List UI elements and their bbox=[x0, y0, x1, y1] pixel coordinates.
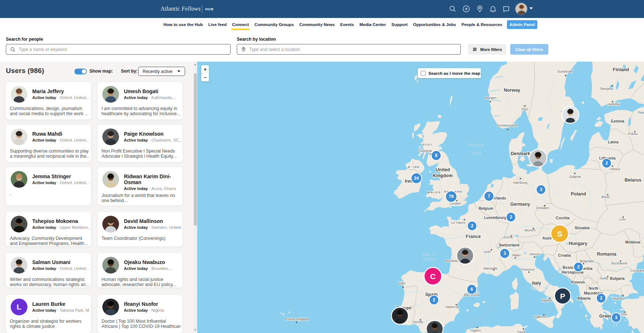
svg-text:Oslo: Oslo bbox=[521, 107, 529, 111]
svg-text:Venice: Venice bbox=[529, 252, 540, 256]
svg-text:Belgrade: Belgrade bbox=[580, 259, 594, 263]
svg-text:Slovakia: Slovakia bbox=[575, 226, 590, 230]
svg-text:2: 2 bbox=[510, 215, 512, 220]
svg-text:Petersburg: Petersburg bbox=[638, 110, 644, 114]
svg-text:Bulgaria: Bulgaria bbox=[610, 277, 625, 281]
svg-text:3: 3 bbox=[615, 315, 618, 320]
svg-text:Vilnius: Vilnius bbox=[610, 167, 620, 171]
svg-text:6: 6 bbox=[471, 287, 473, 292]
svg-text:Croatia: Croatia bbox=[558, 253, 571, 257]
svg-text:Romania: Romania bbox=[597, 252, 617, 257]
svg-text:Helsinki: Helsinki bbox=[607, 102, 619, 106]
svg-text:Sundsvall: Sundsvall bbox=[557, 69, 572, 73]
svg-text:Poland: Poland bbox=[571, 191, 586, 197]
svg-text:Kosovo: Kosovo bbox=[571, 280, 585, 284]
svg-text:Marseille: Marseille bbox=[483, 266, 497, 270]
svg-text:Hamburg: Hamburg bbox=[513, 180, 527, 184]
svg-text:WALES: WALES bbox=[427, 191, 441, 194]
svg-text:Finland: Finland bbox=[613, 67, 629, 72]
svg-text:C: C bbox=[430, 272, 435, 281]
svg-text:Estonia: Estonia bbox=[611, 119, 625, 123]
svg-text:Latvia: Latvia bbox=[608, 140, 619, 144]
svg-text:Florence: Florence bbox=[521, 267, 535, 271]
svg-text:Belgium: Belgium bbox=[479, 206, 493, 211]
svg-text:Tunis: Tunis bbox=[517, 330, 526, 333]
svg-text:Luxembourg: Luxembourg bbox=[484, 216, 507, 220]
svg-text:79: 79 bbox=[449, 194, 454, 199]
svg-text:North: North bbox=[468, 142, 485, 147]
svg-text:Kingdom: Kingdom bbox=[433, 173, 453, 178]
svg-text:2: 2 bbox=[606, 161, 608, 166]
svg-text:Lviv: Lviv bbox=[619, 217, 626, 221]
svg-text:Germany: Germany bbox=[510, 202, 530, 207]
svg-text:2: 2 bbox=[600, 296, 603, 301]
svg-text:3: 3 bbox=[540, 187, 542, 192]
svg-text:Bay of: Bay of bbox=[423, 252, 437, 256]
svg-text:Italy: Italy bbox=[532, 281, 541, 286]
svg-text:Pskov: Pskov bbox=[628, 132, 638, 136]
svg-text:SCOT.: SCOT. bbox=[422, 143, 433, 146]
svg-text:Palermo: Palermo bbox=[534, 315, 547, 319]
svg-text:United: United bbox=[436, 167, 450, 172]
svg-text:Le Havre: Le Havre bbox=[451, 220, 465, 224]
svg-text:Gdansk: Gdansk bbox=[569, 175, 581, 179]
svg-text:Albania: Albania bbox=[577, 296, 591, 300]
svg-text:Constanța: Constanța bbox=[630, 268, 644, 272]
svg-text:2: 2 bbox=[471, 223, 474, 228]
svg-text:Czechia: Czechia bbox=[556, 216, 570, 220]
svg-text:Istanbul: Istanbul bbox=[612, 296, 625, 300]
svg-text:8: 8 bbox=[435, 153, 438, 158]
svg-text:N. IRE.: N. IRE. bbox=[408, 165, 421, 169]
svg-text:S: S bbox=[557, 230, 562, 238]
svg-text:Seville: Seville bbox=[413, 320, 423, 324]
svg-text:Hungary: Hungary bbox=[569, 241, 588, 246]
svg-text:Tampere: Tampere bbox=[600, 87, 614, 91]
svg-text:Algiers: Algiers bbox=[470, 328, 481, 332]
svg-text:Glasgow: Glasgow bbox=[419, 149, 432, 153]
svg-text:Bergen: Bergen bbox=[485, 96, 497, 100]
svg-text:Lyon: Lyon bbox=[483, 249, 491, 253]
svg-text:Vigo: Vigo bbox=[399, 281, 406, 285]
svg-text:Sea: Sea bbox=[471, 150, 482, 155]
svg-text:France: France bbox=[466, 234, 481, 239]
svg-text:North: North bbox=[589, 286, 599, 290]
svg-text:2: 2 bbox=[577, 264, 580, 270]
svg-text:Dresden: Dresden bbox=[536, 206, 549, 210]
svg-text:P: P bbox=[560, 292, 565, 300]
svg-text:Moldova: Moldova bbox=[625, 240, 640, 244]
svg-text:7: 7 bbox=[488, 194, 490, 199]
svg-text:Kristiansand: Kristiansand bbox=[498, 123, 517, 127]
svg-text:Brest: Brest bbox=[601, 195, 610, 199]
svg-text:Biscay: Biscay bbox=[423, 257, 437, 261]
svg-text:2: 2 bbox=[433, 297, 435, 303]
svg-text:Switzerland: Switzerland bbox=[499, 243, 519, 247]
svg-text:34: 34 bbox=[414, 176, 419, 181]
svg-text:Belarus: Belarus bbox=[625, 178, 641, 183]
svg-text:Bucharest: Bucharest bbox=[612, 261, 628, 265]
svg-text:3: 3 bbox=[504, 251, 506, 256]
svg-text:Milan: Milan bbox=[512, 253, 521, 257]
svg-text:Norway: Norway bbox=[504, 88, 520, 93]
svg-text:Denmark: Denmark bbox=[511, 151, 530, 156]
svg-text:Naples: Naples bbox=[541, 298, 552, 302]
svg-text:Ponta Delgada: Ponta Delgada bbox=[286, 317, 309, 321]
